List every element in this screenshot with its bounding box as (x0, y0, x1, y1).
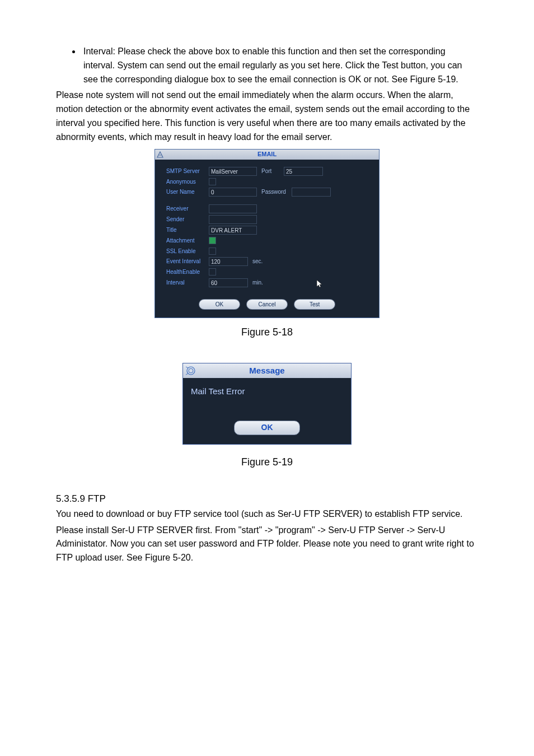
receiver-input[interactable] (209, 204, 257, 213)
sec-label: sec. (252, 257, 263, 266)
event-interval-input[interactable]: 120 (209, 257, 248, 266)
ssl-enable-label: SSL Enable (166, 247, 205, 256)
attachment-label: Attachment (166, 236, 205, 245)
attachment-checkbox[interactable] (209, 237, 216, 244)
sender-input[interactable] (209, 215, 257, 224)
interval-label: Interval (166, 278, 205, 287)
username-label: User Name (166, 188, 205, 197)
port-label: Port (261, 167, 280, 176)
ftp-para-2: Please install Ser-U FTP SERVER first. F… (56, 524, 478, 565)
title-input[interactable]: DVR ALERT (209, 226, 257, 235)
port-input[interactable]: 25 (284, 167, 323, 176)
cursor-icon (316, 279, 323, 288)
cancel-button[interactable]: Cancel (246, 299, 288, 310)
ssl-enable-checkbox[interactable] (209, 248, 216, 255)
message-dialog-titlebar: Message (183, 363, 351, 378)
message-dialog: Message Mail Test Error OK (182, 363, 352, 445)
health-enable-label: HealthEnable (166, 268, 205, 277)
figure-5-19-caption: Figure 5-19 (56, 455, 478, 470)
anonymous-label: Anonymous (166, 178, 205, 186)
event-interval-label: Event Interval (166, 257, 205, 266)
interval-bullet: Interval: Please check the above box to … (81, 45, 478, 86)
email-dialog: EMAIL SMTP Server MailServer Port 25 Ano… (154, 149, 380, 319)
ftp-para-1: You need to download or buy FTP service … (56, 507, 478, 521)
ftp-heading: 5.3.5.9 FTP (56, 492, 478, 506)
password-input[interactable] (292, 188, 331, 197)
ok-button[interactable]: OK (199, 299, 240, 310)
username-input[interactable]: 0 (209, 188, 257, 197)
smtp-input[interactable]: MailServer (209, 167, 257, 176)
figure-5-18-caption: Figure 5-18 (56, 325, 478, 340)
message-dialog-title: Message (183, 364, 351, 377)
sender-label: Sender (166, 215, 205, 224)
password-label: Password (261, 188, 288, 197)
email-dialog-titlebar: EMAIL (155, 150, 379, 160)
min-label: min. (252, 278, 263, 287)
receiver-label: Receiver (166, 204, 205, 213)
note-paragraph: Please note system will not send out the… (56, 88, 478, 144)
test-button[interactable]: Test (294, 299, 335, 310)
email-dialog-title: EMAIL (155, 150, 379, 159)
smtp-label: SMTP Server (166, 167, 205, 176)
title-label: Title (166, 226, 205, 235)
message-dialog-body: Mail Test Error (183, 378, 351, 421)
anonymous-checkbox[interactable] (209, 178, 216, 185)
message-ok-button[interactable]: OK (234, 421, 300, 435)
interval-input[interactable]: 60 (209, 278, 248, 287)
health-enable-checkbox[interactable] (209, 268, 216, 276)
